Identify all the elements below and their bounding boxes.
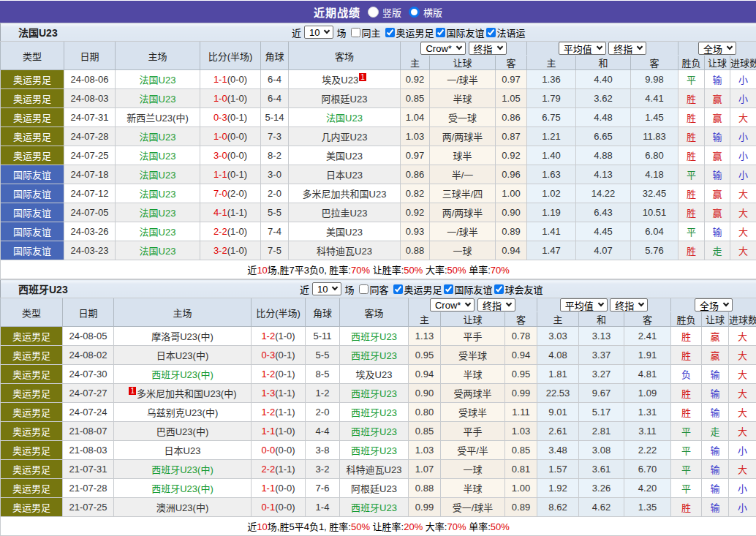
home-team-name[interactable]: 西班牙U23(中) [151, 464, 213, 475]
cell-eu-away-odds: 11.83 [631, 127, 678, 146]
cell-score: 0-0(0-0) [252, 441, 306, 460]
away-team-name[interactable]: 阿根廷U23 [322, 94, 368, 105]
away-team-name[interactable]: 美国U23 [326, 151, 363, 162]
cell-away-team: 埃及U231 [289, 70, 401, 89]
away-team-name[interactable]: 埃及U23 [356, 369, 393, 380]
away-team-name[interactable]: 科特迪瓦U23 [317, 246, 372, 257]
competition-checkbox[interactable] [486, 28, 496, 37]
layout-option-horizontal[interactable]: 横版 [409, 5, 442, 19]
match-count-select[interactable]: 10 [304, 26, 333, 39]
col-header-ah-home: 主 [409, 312, 441, 327]
horizontal-radio[interactable] [409, 7, 420, 18]
home-team-name[interactable]: 法国U23 [140, 151, 176, 162]
same-venue-checkbox[interactable] [351, 28, 360, 37]
away-team-name[interactable]: 西班牙U23 [351, 445, 397, 456]
away-team-name[interactable]: 几内亚U23 [322, 132, 368, 143]
cell-away-team: 科特迪瓦U23 [289, 241, 401, 260]
cell-ah-home-odds: 1.07 [409, 460, 441, 479]
home-team-name[interactable]: 法国U23 [140, 132, 176, 143]
away-team-name[interactable]: 西班牙U23 [351, 426, 397, 437]
home-team-name[interactable]: 法国U23 [140, 189, 176, 200]
france-header-selects-row: 类型 日期 主场 比分(半场) 角球 客场 Crow* 终指 平均值 终指 全场 [1, 42, 756, 56]
competition-option[interactable]: 国际友谊 [434, 26, 485, 39]
match-count-select[interactable]: 10 [312, 282, 341, 295]
vertical-radio[interactable] [368, 7, 379, 18]
away-team-name[interactable]: 西班牙U23 [351, 331, 397, 342]
cell-ah-away-odds: 0.85 [505, 441, 537, 460]
home-team-name[interactable]: 日本U23 [165, 445, 201, 456]
match-row: 奥运男足24-08-05摩洛哥U23(中)1-2(1-0)5-11西班牙U231… [1, 327, 756, 346]
eu-source-select[interactable]: 平均值 [560, 298, 608, 312]
away-team-name[interactable]: 法国U23 [326, 113, 363, 124]
away-team-name[interactable]: 西班牙U23 [351, 388, 397, 399]
away-team-name[interactable]: 日本U23 [326, 170, 363, 181]
competition-checkbox[interactable] [444, 284, 453, 294]
away-team-name[interactable]: 埃及U23 [322, 75, 358, 86]
ah-bookmaker-select[interactable]: Crow* [420, 42, 465, 55]
home-team-name[interactable]: 日本U23(中) [156, 350, 209, 361]
competition-checkbox[interactable] [494, 284, 504, 294]
col-header-eu-draw: 和 [579, 312, 624, 327]
recent-results-header: 近期战绩 竖版 横版 [0, 1, 756, 23]
cell-date: 24-07-18 [64, 165, 116, 184]
same-venue-option[interactable]: 同主 [349, 26, 381, 39]
home-team-name[interactable]: 新西兰U23(中) [126, 113, 189, 124]
competition-option[interactable]: 法语运 [485, 26, 526, 39]
scope-select[interactable]: 全场 [695, 298, 733, 312]
scope-select[interactable]: 全场 [698, 42, 736, 55]
away-team-name[interactable]: 西班牙U23 [351, 502, 397, 513]
home-team-name[interactable]: 西班牙U23(中) [151, 483, 213, 494]
ah-period-select[interactable]: 终指 [477, 298, 515, 312]
cell-competition-type: 国际友谊 [1, 184, 64, 203]
cell-eu-home-odds: 1.81 [537, 365, 579, 384]
away-team-name[interactable]: 多米尼加共和国U23 [303, 189, 387, 200]
layout-option-vertical[interactable]: 竖版 [368, 5, 401, 19]
home-team-name[interactable]: 摩洛哥U23(中) [151, 331, 213, 342]
home-team-name[interactable]: 乌兹别克U23(中) [147, 407, 219, 418]
competition-option[interactable]: 球会友谊 [493, 282, 543, 296]
competition-option[interactable]: 国际友谊 [442, 282, 493, 296]
cell-goals-result: 大 [730, 184, 756, 203]
away-team-name[interactable]: 西班牙U23 [351, 350, 397, 361]
away-team-name[interactable]: 科特迪瓦U23 [347, 464, 402, 475]
competition-checkbox[interactable] [436, 28, 445, 37]
same-venue-checkbox[interactable] [359, 284, 368, 294]
away-team-name[interactable]: 阿根廷U23 [351, 483, 397, 494]
same-venue-option[interactable]: 同客 [358, 282, 389, 296]
cell-goals-result: 小 [730, 70, 756, 89]
eu-source-select[interactable]: 平均值 [559, 42, 606, 55]
cell-date: 24-07-31 [64, 108, 116, 127]
cell-date: 21-07-28 [63, 479, 114, 498]
cell-goals-result: 大 [729, 327, 756, 346]
home-team-name[interactable]: 法国U23 [140, 227, 176, 238]
home-team-name[interactable]: 澳洲U23(中) [156, 502, 209, 513]
home-team-name[interactable]: 法国U23 [140, 75, 176, 86]
ah-bookmaker-select[interactable]: Crow* [430, 298, 475, 312]
competition-option[interactable]: 奥运男足 [392, 282, 442, 296]
home-team-name[interactable]: 法国U23 [140, 246, 176, 257]
home-team-name[interactable]: 西班牙U23(中) [151, 369, 213, 380]
competition-checkbox[interactable] [393, 284, 403, 294]
cell-ah-away-odds: 0.92 [496, 146, 527, 165]
eu-period-select[interactable]: 终指 [610, 298, 648, 312]
away-team-name[interactable]: 西班牙U23 [351, 407, 397, 418]
cell-ah-away-odds: 0.90 [496, 203, 527, 222]
cell-corners: 1-4 [306, 498, 340, 517]
cell-eu-away-odds: 6.04 [631, 222, 678, 241]
cell-ah-home-odds: 0.92 [401, 203, 430, 222]
ah-period-select[interactable]: 终指 [469, 42, 507, 55]
home-team-name[interactable]: 巴西U23(中) [156, 426, 209, 437]
cell-ah-home-odds: 0.88 [409, 479, 441, 498]
away-team-name[interactable]: 美国U23 [326, 227, 363, 238]
halftime-score: (0-0) [275, 445, 295, 456]
cell-handicap-result: 赢 [702, 346, 729, 365]
competition-checkbox[interactable] [385, 28, 395, 37]
away-team-name[interactable]: 巴拉圭U23 [322, 208, 368, 219]
competition-option[interactable]: 奥运男足 [384, 26, 434, 39]
eu-period-select[interactable]: 终指 [608, 42, 646, 55]
home-team-name[interactable]: 法国U23 [140, 94, 176, 105]
home-team-name[interactable]: 法国U23 [140, 170, 176, 181]
home-team-name[interactable]: 多米尼加共和国U23(中) [137, 388, 237, 399]
cell-handicap-result: 走 [702, 422, 729, 441]
home-team-name[interactable]: 法国U23 [140, 208, 176, 219]
